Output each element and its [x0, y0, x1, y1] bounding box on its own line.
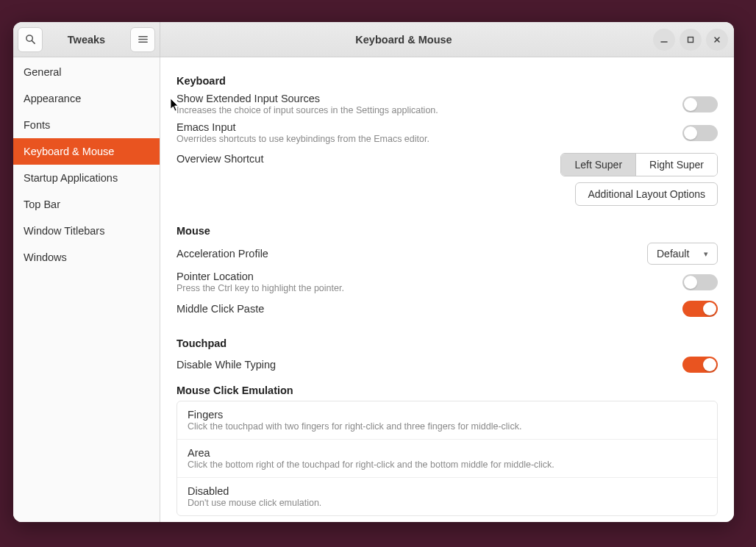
sidebar-item-fonts[interactable]: Fonts	[13, 112, 160, 138]
acceleration-profile-value: Default	[657, 248, 689, 260]
disable-while-typing-toggle[interactable]	[682, 357, 718, 373]
acceleration-profile-combo[interactable]: Default ▾	[647, 243, 718, 265]
hamburger-icon	[138, 34, 149, 45]
window-body: General Appearance Fonts Keyboard & Mous…	[13, 57, 734, 522]
emulation-option-area[interactable]: Area Click the bottom right of the touch…	[177, 439, 717, 477]
sidebar-item-startup-applications[interactable]: Startup Applications	[13, 165, 160, 191]
row-disable-while-typing: Disable While Typing	[176, 352, 718, 377]
minimize-icon	[660, 35, 668, 44]
maximize-button[interactable]	[680, 29, 702, 51]
emulation-option-title: Disabled	[188, 485, 707, 497]
pointer-location-desc: Press the Ctrl key to highlight the poin…	[176, 283, 668, 293]
row-acceleration-profile: Acceleration Profile Default ▾	[176, 240, 718, 268]
middle-click-paste-label: Middle Click Paste	[176, 303, 668, 315]
sidebar-item-appearance[interactable]: Appearance	[13, 85, 160, 112]
close-icon	[713, 35, 721, 44]
row-extended-input-sources: Show Extended Input Sources Increases th…	[176, 90, 718, 118]
minimize-button[interactable]	[653, 29, 675, 51]
emacs-input-label: Emacs Input	[176, 121, 668, 133]
overview-right-super-button[interactable]: Right Super	[635, 154, 717, 176]
maximize-icon	[686, 35, 695, 44]
emulation-option-disabled[interactable]: Disabled Don't use mouse click emulation…	[177, 477, 717, 515]
sidebar-item-keyboard-mouse[interactable]: Keyboard & Mouse	[13, 138, 160, 165]
app-title: Tweaks	[43, 34, 130, 46]
sidebar-item-top-bar[interactable]: Top Bar	[13, 191, 160, 218]
headerbar-left: Tweaks	[13, 22, 160, 57]
emulation-option-title: Fingers	[188, 409, 707, 421]
acceleration-profile-label: Acceleration Profile	[176, 248, 632, 260]
search-button[interactable]	[18, 27, 43, 52]
emulation-option-desc: Click the touchpad with two fingers for …	[188, 421, 707, 432]
svg-line-1	[32, 40, 35, 43]
sidebar-item-windows[interactable]: Windows	[13, 244, 160, 271]
emulation-option-fingers[interactable]: Fingers Click the touchpad with two fing…	[177, 401, 717, 439]
section-mouse-title: Mouse	[176, 225, 718, 237]
sidebar: General Appearance Fonts Keyboard & Mous…	[13, 57, 160, 522]
additional-layout-options-button[interactable]: Additional Layout Options	[575, 182, 718, 206]
svg-rect-6	[688, 37, 693, 42]
section-mouse-click-emulation-title: Mouse Click Emulation	[176, 385, 718, 396]
row-overview-shortcut: Overview Shortcut Left Super Right Super…	[176, 147, 718, 209]
chevron-down-icon: ▾	[704, 249, 708, 259]
row-pointer-location: Pointer Location Press the Ctrl key to h…	[176, 268, 718, 296]
sidebar-item-general[interactable]: General	[13, 59, 160, 85]
headerbar: Tweaks Keyboard & Mouse	[13, 22, 734, 57]
emulation-option-desc: Don't use mouse click emulation.	[188, 498, 707, 508]
extended-input-sources-desc: Increases the choice of input sources in…	[176, 105, 668, 115]
emacs-input-desc: Overrides shortcuts to use keybindings f…	[176, 134, 668, 144]
extended-input-sources-toggle[interactable]	[682, 96, 718, 112]
search-icon	[25, 34, 36, 45]
overview-shortcut-label: Overview Shortcut	[176, 153, 546, 165]
emulation-option-desc: Click the bottom right of the touchpad f…	[188, 460, 707, 470]
close-button[interactable]	[706, 29, 728, 51]
sidebar-item-window-titlebars[interactable]: Window Titlebars	[13, 218, 160, 244]
emacs-input-toggle[interactable]	[682, 125, 718, 141]
content-panel: Keyboard Show Extended Input Sources Inc…	[160, 57, 734, 522]
emulation-option-title: Area	[188, 447, 707, 459]
section-touchpad-title: Touchpad	[176, 337, 718, 349]
extended-input-sources-label: Show Extended Input Sources	[176, 93, 668, 104]
row-emacs-input: Emacs Input Overrides shortcuts to use k…	[176, 118, 718, 147]
tweaks-window: Tweaks Keyboard & Mouse General Appearan…	[13, 22, 734, 522]
menu-button[interactable]	[130, 27, 155, 52]
pointer-location-toggle[interactable]	[682, 274, 718, 290]
middle-click-paste-toggle[interactable]	[682, 301, 718, 317]
disable-while-typing-label: Disable While Typing	[176, 359, 668, 371]
mouse-click-emulation-list: Fingers Click the touchpad with two fing…	[176, 401, 718, 516]
section-keyboard-title: Keyboard	[176, 75, 718, 87]
overview-left-super-button[interactable]: Left Super	[561, 154, 635, 176]
overview-shortcut-group: Left Super Right Super	[560, 153, 718, 176]
page-title: Keyboard & Mouse	[160, 22, 647, 57]
pointer-location-label: Pointer Location	[176, 271, 668, 282]
window-controls	[647, 22, 734, 57]
row-middle-click-paste: Middle Click Paste	[176, 296, 718, 321]
